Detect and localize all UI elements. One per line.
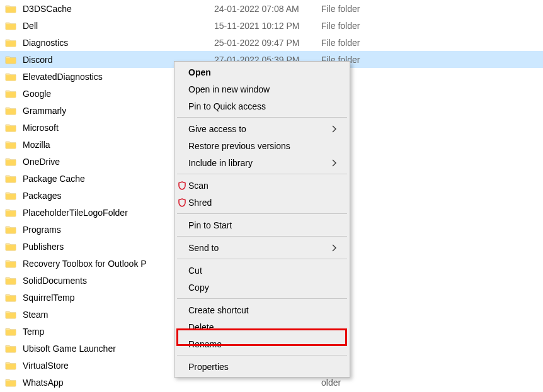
menu-item-give-access-to[interactable]: Give access to — [176, 120, 348, 137]
folder-icon — [5, 106, 16, 115]
folder-icon — [5, 242, 16, 251]
context-menu[interactable]: OpenOpen in new windowPin to Quick acces… — [174, 61, 350, 378]
menu-separator — [177, 117, 347, 118]
menu-item-scan[interactable]: Scan — [176, 177, 348, 194]
folder-icon — [5, 378, 16, 387]
menu-item-cut[interactable]: Cut — [176, 262, 348, 279]
chevron-right-icon — [332, 125, 337, 133]
menu-item-label: Shred — [188, 198, 337, 208]
file-date: 24-01-2022 07:08 AM — [214, 4, 321, 14]
chevron-right-icon — [332, 244, 337, 252]
file-name: Programs — [23, 225, 61, 235]
menu-item-label: Include in library — [188, 158, 332, 168]
folder-icon — [5, 293, 16, 302]
menu-item-pin-to-quick-access[interactable]: Pin to Quick access — [176, 98, 348, 115]
menu-item-rename[interactable]: Rename — [176, 335, 348, 352]
file-name: Dell — [23, 21, 38, 31]
menu-item-label: Open in new window — [188, 84, 337, 94]
menu-item-send-to[interactable]: Send to — [176, 239, 348, 256]
file-name: Microsoft — [23, 123, 59, 133]
menu-item-open-in-new-window[interactable]: Open in new window — [176, 81, 348, 98]
menu-item-label: Send to — [188, 243, 332, 253]
menu-item-label: Copy — [188, 283, 337, 293]
file-name: Steam — [23, 310, 48, 320]
file-row[interactable]: D3DSCache24-01-2022 07:08 AMFile folder — [0, 0, 543, 17]
menu-item-open[interactable]: Open — [176, 64, 348, 81]
menu-item-label: Open — [188, 67, 337, 77]
menu-separator — [177, 236, 347, 237]
file-name: Ubisoft Game Launcher — [23, 344, 116, 354]
folder-icon — [5, 140, 16, 149]
file-name: Mozilla — [23, 140, 50, 150]
folder-icon — [5, 55, 16, 64]
file-name: Diagnostics — [23, 38, 68, 48]
folder-icon — [5, 157, 16, 166]
menu-item-label: Rename — [188, 339, 337, 349]
folder-icon — [5, 174, 16, 183]
menu-item-label: Properties — [188, 362, 337, 372]
menu-separator — [177, 174, 347, 174]
file-row[interactable]: Dell15-11-2021 10:12 PMFile folder — [0, 17, 543, 34]
file-name: OneDrive — [23, 157, 60, 167]
folder-icon — [5, 344, 16, 353]
file-name: Package Cache — [23, 174, 85, 184]
file-name: Publishers — [23, 242, 64, 252]
folder-icon — [5, 191, 16, 200]
menu-item-properties[interactable]: Properties — [176, 358, 348, 375]
file-type: older — [321, 378, 403, 388]
file-name: VirtualStore — [23, 361, 69, 371]
menu-item-restore-previous-versions[interactable]: Restore previous versions — [176, 137, 348, 154]
folder-icon — [5, 38, 16, 47]
menu-separator — [177, 298, 347, 299]
file-name: ElevatedDiagnostics — [23, 72, 103, 82]
file-name: Discord — [23, 55, 52, 65]
file-name: Recovery Toolbox for Outlook P — [23, 259, 147, 269]
folder-icon — [5, 208, 16, 217]
menu-item-delete[interactable]: Delete — [176, 318, 348, 335]
file-date: 25-01-2022 09:47 PM — [214, 38, 321, 48]
file-type: File folder — [321, 4, 403, 14]
menu-item-label: Cut — [188, 266, 337, 276]
menu-item-label: Scan — [188, 181, 337, 191]
menu-item-create-shortcut[interactable]: Create shortcut — [176, 301, 348, 318]
file-type: File folder — [321, 38, 403, 48]
menu-separator — [177, 259, 347, 259]
file-name: D3DSCache — [23, 4, 72, 14]
folder-icon — [5, 123, 16, 132]
file-row[interactable]: Diagnostics25-01-2022 09:47 PMFile folde… — [0, 34, 543, 51]
menu-item-label: Pin to Quick access — [188, 101, 337, 111]
folder-icon — [5, 276, 16, 285]
menu-item-label: Restore previous versions — [188, 141, 337, 151]
folder-icon — [5, 327, 16, 336]
menu-item-include-in-library[interactable]: Include in library — [176, 154, 348, 171]
file-name: SquirrelTemp — [23, 293, 74, 303]
shield-icon — [178, 198, 186, 207]
folder-icon — [5, 72, 16, 81]
folder-icon — [5, 310, 16, 319]
shield-icon — [178, 181, 186, 190]
file-name: WhatsApp — [23, 378, 64, 388]
folder-icon — [5, 361, 16, 370]
folder-icon — [5, 259, 16, 268]
file-name: Packages — [23, 191, 61, 201]
menu-item-pin-to-start[interactable]: Pin to Start — [176, 216, 348, 233]
file-name: Grammarly — [23, 106, 66, 116]
menu-item-label: Delete — [188, 322, 337, 332]
file-type: File folder — [321, 21, 403, 31]
menu-item-label: Create shortcut — [188, 305, 337, 315]
file-name: PlaceholderTileLogoFolder — [23, 208, 128, 218]
file-date: 15-11-2021 10:12 PM — [214, 21, 321, 31]
folder-icon — [5, 225, 16, 234]
menu-item-label: Give access to — [188, 124, 332, 134]
menu-item-label: Pin to Start — [188, 220, 337, 230]
file-name: Temp — [23, 327, 44, 337]
file-name: SolidDocuments — [23, 276, 87, 286]
menu-item-copy[interactable]: Copy — [176, 279, 348, 296]
folder-icon — [5, 21, 16, 30]
menu-item-shred[interactable]: Shred — [176, 194, 348, 211]
folder-icon — [5, 89, 16, 98]
menu-separator — [177, 355, 347, 356]
file-name: Google — [23, 89, 51, 99]
chevron-right-icon — [332, 159, 337, 167]
menu-separator — [177, 213, 347, 214]
